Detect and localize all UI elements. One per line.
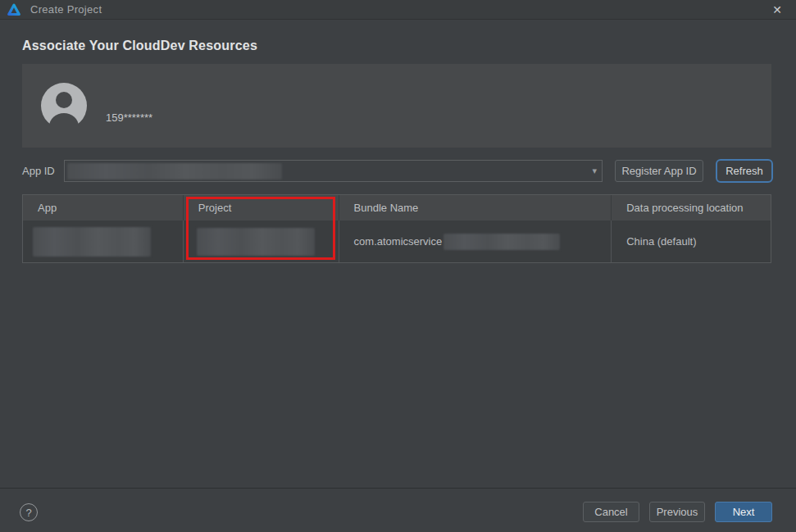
avatar-icon: [41, 83, 87, 129]
app-id-label: App ID: [22, 165, 55, 177]
resources-table: App Project Bundle Name Data processing …: [22, 194, 771, 263]
register-app-id-button[interactable]: Register App ID: [615, 160, 703, 182]
page-title: Associate Your CloudDev Resources: [22, 39, 257, 53]
refresh-button[interactable]: Refresh: [716, 159, 773, 183]
previous-button[interactable]: Previous: [649, 502, 705, 522]
redacted-app-value: [33, 227, 151, 257]
column-header-bundle-name: Bundle Name: [339, 195, 612, 221]
bundle-name-prefix: com.atomicservice: [354, 235, 443, 248]
cell-location: China (default): [611, 221, 771, 262]
cell-project: [183, 221, 339, 262]
account-panel: 159*******: [22, 64, 771, 148]
next-button[interactable]: Next: [715, 502, 772, 522]
footer-divider: [0, 488, 796, 489]
table-row[interactable]: com.atomicservice China (default): [23, 221, 771, 262]
column-header-project: Project: [183, 195, 339, 221]
window-title: Create Project: [30, 3, 102, 16]
account-phone: 159*******: [106, 111, 152, 124]
help-icon[interactable]: ?: [20, 503, 38, 521]
table-header-row: App Project Bundle Name Data processing …: [23, 195, 771, 221]
chevron-down-icon: ▾: [592, 161, 597, 181]
footer-buttons: Cancel Previous Next: [583, 502, 772, 522]
close-icon[interactable]: ✕: [766, 0, 788, 20]
cancel-button[interactable]: Cancel: [583, 502, 639, 522]
column-header-data-processing-location: Data processing location: [611, 195, 771, 221]
app-id-dropdown[interactable]: ▾: [64, 160, 603, 182]
column-header-app: App: [23, 195, 183, 221]
cell-app: [23, 221, 183, 262]
redacted-project-value: [197, 228, 315, 256]
cell-bundle-name: com.atomicservice: [339, 221, 612, 262]
deveco-logo-icon: [7, 3, 21, 16]
redacted-bundle-suffix: [443, 234, 560, 250]
title-bar: Create Project ✕: [0, 0, 796, 20]
redacted-app-id-value: [67, 163, 282, 180]
